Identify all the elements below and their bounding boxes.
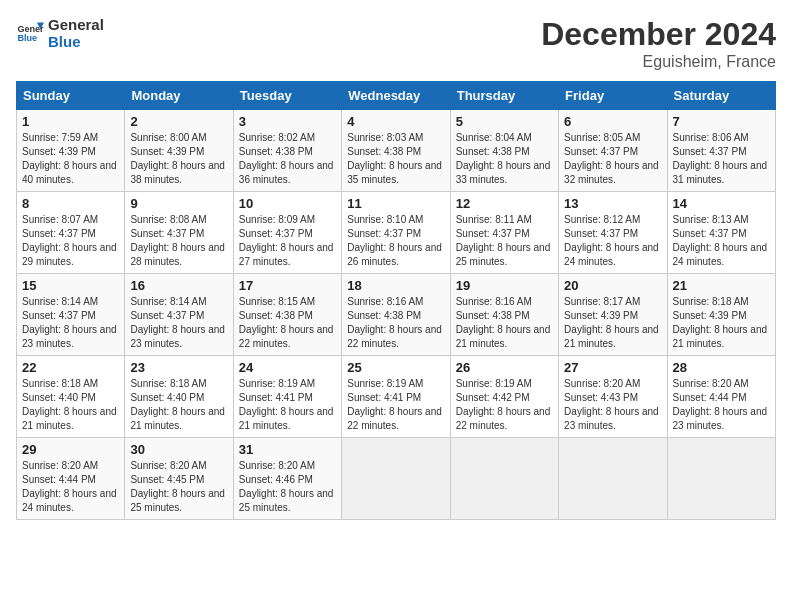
day-info: Sunrise: 8:17 AMSunset: 4:39 PMDaylight:… [564, 295, 661, 351]
day-info: Sunrise: 8:00 AMSunset: 4:39 PMDaylight:… [130, 131, 227, 187]
calendar-cell: 13Sunrise: 8:12 AMSunset: 4:37 PMDayligh… [559, 192, 667, 274]
calendar-cell: 17Sunrise: 8:15 AMSunset: 4:38 PMDayligh… [233, 274, 341, 356]
calendar-week-row: 8Sunrise: 8:07 AMSunset: 4:37 PMDaylight… [17, 192, 776, 274]
calendar-cell: 28Sunrise: 8:20 AMSunset: 4:44 PMDayligh… [667, 356, 775, 438]
calendar-cell: 27Sunrise: 8:20 AMSunset: 4:43 PMDayligh… [559, 356, 667, 438]
calendar-week-row: 22Sunrise: 8:18 AMSunset: 4:40 PMDayligh… [17, 356, 776, 438]
calendar-cell [450, 438, 558, 520]
day-number: 15 [22, 278, 119, 293]
calendar-cell: 29Sunrise: 8:20 AMSunset: 4:44 PMDayligh… [17, 438, 125, 520]
day-number: 18 [347, 278, 444, 293]
day-number: 13 [564, 196, 661, 211]
day-number: 12 [456, 196, 553, 211]
header: General Blue General Blue December 2024 … [16, 16, 776, 71]
day-info: Sunrise: 8:06 AMSunset: 4:37 PMDaylight:… [673, 131, 770, 187]
day-number: 27 [564, 360, 661, 375]
calendar-cell: 9Sunrise: 8:08 AMSunset: 4:37 PMDaylight… [125, 192, 233, 274]
day-number: 23 [130, 360, 227, 375]
day-number: 28 [673, 360, 770, 375]
calendar-cell: 12Sunrise: 8:11 AMSunset: 4:37 PMDayligh… [450, 192, 558, 274]
day-info: Sunrise: 8:20 AMSunset: 4:46 PMDaylight:… [239, 459, 336, 515]
calendar-cell [667, 438, 775, 520]
calendar-header-row: SundayMondayTuesdayWednesdayThursdayFrid… [17, 82, 776, 110]
day-number: 24 [239, 360, 336, 375]
day-info: Sunrise: 8:14 AMSunset: 4:37 PMDaylight:… [22, 295, 119, 351]
day-info: Sunrise: 8:18 AMSunset: 4:40 PMDaylight:… [130, 377, 227, 433]
location-title: Eguisheim, France [541, 53, 776, 71]
calendar-cell: 7Sunrise: 8:06 AMSunset: 4:37 PMDaylight… [667, 110, 775, 192]
calendar-cell: 4Sunrise: 8:03 AMSunset: 4:38 PMDaylight… [342, 110, 450, 192]
day-number: 9 [130, 196, 227, 211]
day-info: Sunrise: 8:20 AMSunset: 4:44 PMDaylight:… [673, 377, 770, 433]
calendar-week-row: 15Sunrise: 8:14 AMSunset: 4:37 PMDayligh… [17, 274, 776, 356]
day-info: Sunrise: 8:15 AMSunset: 4:38 PMDaylight:… [239, 295, 336, 351]
calendar-cell: 24Sunrise: 8:19 AMSunset: 4:41 PMDayligh… [233, 356, 341, 438]
header-day-thursday: Thursday [450, 82, 558, 110]
day-number: 20 [564, 278, 661, 293]
day-info: Sunrise: 8:02 AMSunset: 4:38 PMDaylight:… [239, 131, 336, 187]
calendar-week-row: 29Sunrise: 8:20 AMSunset: 4:44 PMDayligh… [17, 438, 776, 520]
calendar-cell: 6Sunrise: 8:05 AMSunset: 4:37 PMDaylight… [559, 110, 667, 192]
header-day-monday: Monday [125, 82, 233, 110]
calendar-cell: 31Sunrise: 8:20 AMSunset: 4:46 PMDayligh… [233, 438, 341, 520]
day-info: Sunrise: 8:09 AMSunset: 4:37 PMDaylight:… [239, 213, 336, 269]
calendar-cell: 19Sunrise: 8:16 AMSunset: 4:38 PMDayligh… [450, 274, 558, 356]
logo: General Blue General Blue [16, 16, 104, 50]
calendar-cell: 2Sunrise: 8:00 AMSunset: 4:39 PMDaylight… [125, 110, 233, 192]
calendar-week-row: 1Sunrise: 7:59 AMSunset: 4:39 PMDaylight… [17, 110, 776, 192]
day-info: Sunrise: 8:05 AMSunset: 4:37 PMDaylight:… [564, 131, 661, 187]
day-info: Sunrise: 8:19 AMSunset: 4:41 PMDaylight:… [239, 377, 336, 433]
day-number: 29 [22, 442, 119, 457]
header-day-saturday: Saturday [667, 82, 775, 110]
day-number: 16 [130, 278, 227, 293]
day-number: 2 [130, 114, 227, 129]
day-info: Sunrise: 8:20 AMSunset: 4:45 PMDaylight:… [130, 459, 227, 515]
day-number: 21 [673, 278, 770, 293]
day-number: 17 [239, 278, 336, 293]
calendar-cell: 3Sunrise: 8:02 AMSunset: 4:38 PMDaylight… [233, 110, 341, 192]
calendar-body: 1Sunrise: 7:59 AMSunset: 4:39 PMDaylight… [17, 110, 776, 520]
day-info: Sunrise: 8:03 AMSunset: 4:38 PMDaylight:… [347, 131, 444, 187]
day-number: 22 [22, 360, 119, 375]
calendar-cell: 15Sunrise: 8:14 AMSunset: 4:37 PMDayligh… [17, 274, 125, 356]
calendar-cell: 16Sunrise: 8:14 AMSunset: 4:37 PMDayligh… [125, 274, 233, 356]
header-day-tuesday: Tuesday [233, 82, 341, 110]
day-number: 26 [456, 360, 553, 375]
day-number: 31 [239, 442, 336, 457]
day-info: Sunrise: 8:12 AMSunset: 4:37 PMDaylight:… [564, 213, 661, 269]
day-info: Sunrise: 8:16 AMSunset: 4:38 PMDaylight:… [456, 295, 553, 351]
day-number: 30 [130, 442, 227, 457]
calendar-cell: 1Sunrise: 7:59 AMSunset: 4:39 PMDaylight… [17, 110, 125, 192]
calendar-cell: 30Sunrise: 8:20 AMSunset: 4:45 PMDayligh… [125, 438, 233, 520]
calendar-cell: 25Sunrise: 8:19 AMSunset: 4:41 PMDayligh… [342, 356, 450, 438]
day-info: Sunrise: 8:19 AMSunset: 4:41 PMDaylight:… [347, 377, 444, 433]
day-number: 19 [456, 278, 553, 293]
day-info: Sunrise: 7:59 AMSunset: 4:39 PMDaylight:… [22, 131, 119, 187]
day-number: 11 [347, 196, 444, 211]
logo-blue: Blue [48, 33, 104, 50]
day-info: Sunrise: 8:18 AMSunset: 4:39 PMDaylight:… [673, 295, 770, 351]
calendar-cell: 23Sunrise: 8:18 AMSunset: 4:40 PMDayligh… [125, 356, 233, 438]
day-info: Sunrise: 8:20 AMSunset: 4:44 PMDaylight:… [22, 459, 119, 515]
day-info: Sunrise: 8:18 AMSunset: 4:40 PMDaylight:… [22, 377, 119, 433]
calendar-cell: 14Sunrise: 8:13 AMSunset: 4:37 PMDayligh… [667, 192, 775, 274]
header-day-sunday: Sunday [17, 82, 125, 110]
day-number: 7 [673, 114, 770, 129]
calendar-cell: 8Sunrise: 8:07 AMSunset: 4:37 PMDaylight… [17, 192, 125, 274]
logo-general: General [48, 16, 104, 33]
calendar-cell: 11Sunrise: 8:10 AMSunset: 4:37 PMDayligh… [342, 192, 450, 274]
day-number: 4 [347, 114, 444, 129]
day-number: 8 [22, 196, 119, 211]
calendar-cell [342, 438, 450, 520]
day-number: 5 [456, 114, 553, 129]
day-info: Sunrise: 8:04 AMSunset: 4:38 PMDaylight:… [456, 131, 553, 187]
month-title: December 2024 [541, 16, 776, 53]
day-number: 1 [22, 114, 119, 129]
calendar-cell: 20Sunrise: 8:17 AMSunset: 4:39 PMDayligh… [559, 274, 667, 356]
day-number: 3 [239, 114, 336, 129]
calendar-cell: 10Sunrise: 8:09 AMSunset: 4:37 PMDayligh… [233, 192, 341, 274]
day-info: Sunrise: 8:16 AMSunset: 4:38 PMDaylight:… [347, 295, 444, 351]
calendar-cell: 5Sunrise: 8:04 AMSunset: 4:38 PMDaylight… [450, 110, 558, 192]
header-day-wednesday: Wednesday [342, 82, 450, 110]
day-info: Sunrise: 8:19 AMSunset: 4:42 PMDaylight:… [456, 377, 553, 433]
